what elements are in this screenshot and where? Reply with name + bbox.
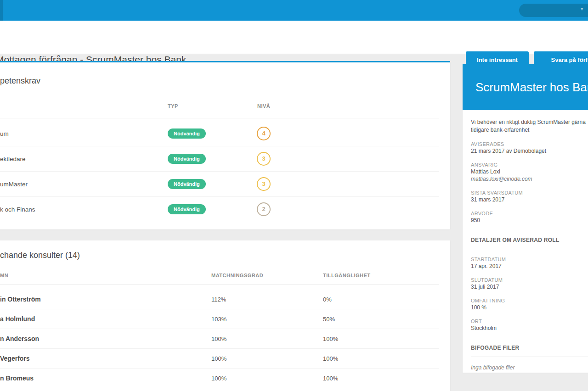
skill-row: umMaster Nödvändig 3 — [0, 171, 439, 197]
consultant-row[interactable]: in Otterström 112% 0% — [0, 289, 439, 309]
chevron-down-icon: ▾ — [581, 6, 583, 12]
field-arvode: ARVODE 950 — [471, 210, 588, 224]
skill-row: um Nödvändig 4 — [0, 121, 439, 146]
divider — [471, 357, 588, 357]
field-value: 17 apr. 2017 — [471, 263, 588, 270]
search-input[interactable] — [519, 4, 588, 17]
match-percentage: 103% — [211, 315, 226, 322]
field-value: 31 juli 2017 — [471, 283, 588, 290]
field-value: Stockholm — [471, 324, 588, 332]
skill-row: k och Finans Nödvändig 2 — [0, 196, 439, 222]
match-percentage: 100% — [211, 335, 226, 342]
consultant-name-link[interactable]: n Andersson — [0, 335, 39, 342]
skill-level-badge: 3 — [257, 177, 271, 191]
page-title-bar: Mottagen förfrågan - ScrumMaster hos Ban… — [0, 21, 588, 54]
field-slutdatum: SLUTDATUM 31 juli 2017 — [471, 277, 588, 290]
field-label: ORT — [471, 318, 588, 324]
consultants-card-title: chande konsulter (14) — [0, 251, 80, 260]
requirement-type-badge: Nödvändig — [168, 154, 206, 164]
consultant-name-link[interactable]: Vegerfors — [0, 355, 30, 362]
field-aviserades: AVISERADES 21 mars 2017 av Demobolaget — [471, 141, 588, 155]
match-percentage: 100% — [211, 355, 226, 362]
divider — [471, 249, 588, 249]
skill-name: ektledare — [0, 155, 26, 162]
field-ort: ORT Stockholm — [471, 318, 588, 332]
field-value: 100 % — [471, 304, 588, 311]
request-description-line: tidigare bank-erfarenhet — [471, 126, 588, 134]
field-value: 21 mars 2017 av Demobolaget — [471, 147, 588, 155]
divider — [0, 284, 439, 285]
skill-name: um — [0, 130, 9, 137]
skill-level-badge: 2 — [257, 202, 271, 216]
field-label: STARTDATUM — [471, 256, 588, 263]
match-percentage: 100% — [211, 374, 226, 381]
field-ansvarig: ANSVARIG Mattias Loxi mattias.loxi@cinod… — [471, 162, 588, 183]
requirement-type-badge: Nödvändig — [168, 128, 206, 139]
consultant-name-link[interactable]: in Otterström — [0, 296, 41, 303]
field-value: 31 mars 2017 — [471, 196, 588, 203]
skills-requirements-card: petenskrav TYP NIVÅ um Nödvändig 4 ektle… — [0, 61, 450, 229]
consultant-row[interactable]: n Bromeus 100% 100% — [0, 368, 439, 388]
availability-percentage: 100% — [323, 374, 338, 381]
skills-card-title: petenskrav — [0, 76, 40, 86]
column-header-type: TYP — [168, 103, 178, 109]
availability-percentage: 50% — [323, 315, 335, 322]
requirement-type-badge: Nödvändig — [168, 179, 206, 189]
field-startdatum: STARTDATUM 17 apr. 2017 — [471, 256, 588, 270]
availability-percentage: 0% — [323, 296, 332, 302]
field-svarsdatum: SISTA SVARSDATUM 31 mars 2017 — [471, 190, 588, 203]
skill-name: umMaster — [0, 180, 28, 187]
consultant-row[interactable]: a Holmlund 103% 50% — [0, 309, 439, 329]
availability-percentage: 100% — [323, 335, 338, 342]
consultant-name-link[interactable]: a Holmlund — [0, 315, 35, 323]
column-header-level: NIVÅ — [257, 103, 270, 109]
field-label: SLUTDATUM — [471, 277, 588, 283]
match-percentage: 112% — [211, 296, 226, 302]
request-title: ScrumMaster hos Bank — [475, 80, 588, 95]
consultant-row[interactable]: n Andersson 100% 100% — [0, 329, 439, 349]
field-value: 950 — [471, 217, 588, 224]
consultant-name-link[interactable]: n Bromeus — [0, 374, 34, 382]
skill-level-badge: 3 — [257, 152, 271, 166]
field-label: ANSVARIG — [471, 162, 588, 168]
field-label: ARVODE — [471, 210, 588, 217]
column-header-availability: TILLGÄNGLIGHET — [323, 273, 371, 278]
field-label: OMFATTNING — [471, 297, 588, 304]
top-nav-edge — [0, 0, 3, 21]
responsible-name: Mattias Loxi — [471, 168, 588, 175]
requirement-type-badge: Nödvändig — [168, 204, 206, 214]
matching-consultants-card: chande konsulter (14) MN MATCHNINGSGRAD … — [0, 240, 450, 391]
top-nav-bar: ▾ — [0, 0, 588, 21]
availability-percentage: 100% — [323, 355, 338, 362]
responsible-email-link[interactable]: mattias.loxi@cinode.com — [471, 175, 588, 183]
request-panel-body: Vi behöver en riktigt duktig ScrumMaster… — [463, 110, 588, 371]
request-panel-header: ScrumMaster hos Bank — [463, 64, 588, 110]
skill-name: k och Finans — [0, 206, 35, 212]
attached-files-heading: BIFOGADE FILER — [471, 345, 588, 351]
request-details-panel: ScrumMaster hos Bank Vi behöver en rikti… — [463, 64, 588, 373]
skill-level-badge: 4 — [257, 127, 271, 140]
field-label: SISTA SVARSDATUM — [471, 190, 588, 196]
column-header-name: MN — [0, 273, 8, 278]
column-header-match: MATCHNINGSGRAD — [211, 273, 263, 278]
consultant-row[interactable]: Vegerfors 100% 100% — [0, 348, 439, 369]
role-details-heading: DETALJER OM AVISERAD ROLL — [471, 237, 588, 243]
request-description-line: Vi behöver en riktigt duktig ScrumMaster… — [471, 118, 588, 126]
divider — [0, 118, 439, 118]
skill-row: ektledare Nödvändig 3 — [0, 146, 439, 172]
field-label: AVISERADES — [471, 141, 588, 147]
field-omfattning: OMFATTNING 100 % — [471, 297, 588, 311]
no-files-note: Inga bifogade filer — [471, 364, 588, 371]
